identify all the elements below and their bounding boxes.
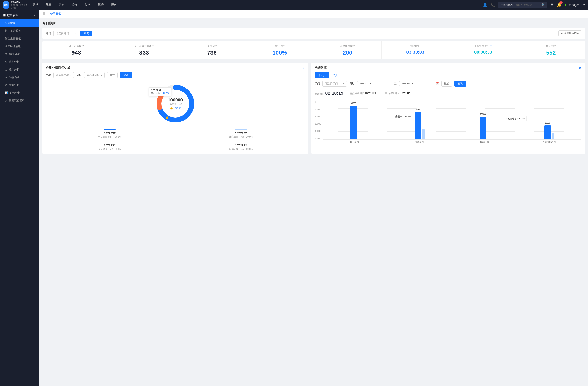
dept-select[interactable]: 请选择部门 ▾ xyxy=(54,31,78,36)
y-label-40000: 40000 xyxy=(315,130,321,132)
search-input[interactable] xyxy=(516,3,540,6)
period-select[interactable]: 请选择周期 ▾ xyxy=(84,72,105,78)
online-indicator xyxy=(565,4,566,6)
connect-rate-annotation: 接通率：70.9% xyxy=(394,114,412,119)
chart-area: 43000 xyxy=(323,101,582,139)
tab-close-icon[interactable]: ✕ xyxy=(62,12,64,15)
user-dropdown-icon: ▾ xyxy=(583,3,585,6)
nav-sea[interactable]: 公海 xyxy=(71,3,78,7)
eff-tab-dept[interactable]: 部门 xyxy=(315,72,329,78)
eff-refresh-icon[interactable]: ⟳ xyxy=(579,66,582,70)
date-separator: 至 xyxy=(394,82,397,85)
tab-company-board[interactable]: 公司看板 ✕ xyxy=(48,10,66,18)
sidebar-item-label: 推广分析 xyxy=(9,68,20,71)
tab-menu-icon[interactable]: ☰ xyxy=(42,12,45,16)
eff-date-end[interactable] xyxy=(399,81,433,86)
nav-signup[interactable]: 报名 xyxy=(110,3,118,7)
sidebar-item-sales-analysis[interactable]: 📊 销售分析 xyxy=(0,89,39,97)
logo: 云朵 云朵CRM 教育机构一站式服务云平台 xyxy=(3,1,28,9)
stats-row: 今日首咨客户 948 今日有效首咨客户 833 回访人数 736 拨打次数 10… xyxy=(42,41,585,59)
monitor-icon[interactable]: 🖥 xyxy=(550,3,554,7)
stat-label: 今日首咨客户 xyxy=(46,44,107,48)
stat-avg-duration: 平均通话时长 ⓘ 00:00:33 xyxy=(449,41,517,59)
eff-tab-personal[interactable]: 个人 xyxy=(329,72,342,78)
chart-group-bars: 29000 xyxy=(480,101,489,139)
stat-value: 948 xyxy=(46,50,107,56)
goal-refresh-icon[interactable]: ⟳ xyxy=(302,66,305,70)
target-dropdown-icon: ▾ xyxy=(70,74,72,77)
sidebar-item-cost[interactable]: ◎ 成本分析 xyxy=(0,58,39,66)
avg-talk-time-stat: 平均通话时长 02:10:19 xyxy=(385,91,413,95)
sidebar-item-visitor[interactable]: 👁 访客分析 xyxy=(0,74,39,81)
talk-time-value: 02:10:19 xyxy=(325,91,343,96)
bar-wrap-eff-connect: 18000 xyxy=(544,125,551,139)
sidebar-section-dashboard: ⊞ 数据看板 ▲ 公司看板 推广主管看板 销售主管看板 客户经理看板 ⛛ 漏斗分… xyxy=(0,10,39,106)
eff-dept-select[interactable]: 请选择部门 ▾ xyxy=(322,81,347,86)
visitor-icon: 👁 xyxy=(5,76,8,79)
eff-dept-label: 部门 xyxy=(315,82,320,85)
eff-reset-button[interactable]: 重置 xyxy=(441,81,452,86)
eff-query-button[interactable]: 查询 xyxy=(455,81,466,86)
sidebar-item-funnel[interactable]: ⛛ 漏斗分析 xyxy=(0,50,39,58)
logo-subtitle: 教育机构一站式服务云平台 xyxy=(11,4,28,9)
sidebar-item-label: 数据流转记录 xyxy=(9,99,25,102)
goal-panel-title: 公司业绩目标达成 xyxy=(46,66,70,70)
tooltip-pct-row: 所占比例： 70.9% xyxy=(151,92,169,95)
target-select[interactable]: 请选择目标 ▾ xyxy=(54,72,74,78)
notification-bell[interactable]: 🔔 5 xyxy=(557,3,562,7)
nav-right: 👤 📞 手机号码 🔍 🖥 🔔 5 manager11 ▾ xyxy=(483,2,585,8)
eff-talk-value: 02:10:19 xyxy=(365,91,378,95)
user-info[interactable]: manager11 ▾ xyxy=(565,3,585,6)
today-query-button[interactable]: 查询 xyxy=(81,31,92,36)
sidebar-item-promotion-analysis[interactable]: ⬡ 推广分析 xyxy=(0,66,39,74)
sidebar-item-label: 客户经理看板 xyxy=(5,44,21,48)
calendar-icon[interactable]: 📅 xyxy=(436,82,439,85)
search-type-select[interactable]: 手机号码 xyxy=(500,3,514,6)
logo-title: 云朵CRM xyxy=(11,1,28,4)
bar-eff-connect-primary: 18000 xyxy=(544,125,551,139)
sidebar-header[interactable]: ⊞ 数据看板 ▲ xyxy=(0,11,39,19)
nav-finance[interactable]: 财务 xyxy=(84,3,91,7)
settings-button[interactable]: ⚙ 设置显示指标 xyxy=(558,30,582,36)
page-content: 今日数据 部门 请选择部门 ▾ 查询 ⚙ 设置显示指标 xyxy=(39,18,588,157)
nav-leads[interactable]: 线索 xyxy=(45,3,52,7)
donut-center-label: 目标总量（元） xyxy=(168,103,183,106)
chart-group-bars: 18000 xyxy=(544,101,554,139)
sidebar-collapse-icon[interactable]: ▲ xyxy=(34,14,36,17)
channel-icon: ⊙ xyxy=(5,84,7,87)
bar-dial-primary: 43000 xyxy=(350,106,357,139)
person-icon[interactable]: 👤 xyxy=(483,3,487,7)
period-placeholder: 请选择周期 xyxy=(86,73,100,77)
eff-tab-dept-label: 部门 xyxy=(319,74,324,77)
y-label-10000: 10000 xyxy=(315,108,321,111)
sidebar-item-customer-board[interactable]: 客户经理看板 xyxy=(0,42,39,50)
x-label-eff-connect: 有效接通次数 xyxy=(517,139,582,143)
tab-label: 公司看板 xyxy=(50,12,61,16)
phone-icon[interactable]: 📞 xyxy=(491,3,495,7)
sidebar-item-channel[interactable]: ⊙ 渠道分析 xyxy=(0,81,39,89)
chart-group-bars: 35000 xyxy=(415,101,425,139)
stat-bar-incomplete xyxy=(235,129,247,130)
search-icon[interactable]: 🔍 xyxy=(542,3,545,6)
bar-chart-wrapper: 50000 40000 30000 20000 10000 0 xyxy=(315,101,582,143)
eff-date-start[interactable] xyxy=(357,81,391,86)
goal-query-button[interactable]: 查询 xyxy=(120,72,132,78)
stat-dial-count: 拨打次数 100% xyxy=(246,41,314,59)
nav-ops[interactable]: 运营 xyxy=(97,3,105,7)
sidebar-item-sales-board[interactable]: 销售主管看板 xyxy=(0,35,39,42)
nav-data[interactable]: 数据 xyxy=(32,3,39,7)
y-label-50000: 50000 xyxy=(315,137,321,139)
sidebar-item-company-board[interactable]: 公司看板 xyxy=(0,19,39,27)
sidebar-item-label: 渠道分析 xyxy=(9,83,20,87)
eff-connect-rate-annotation: 有效接通率：70.9% xyxy=(504,116,526,121)
stat-label: 回访人数 xyxy=(181,44,242,48)
bar-wrap-dial: 43000 xyxy=(350,106,357,139)
stat-label: 平均通话时长 ⓘ xyxy=(453,44,514,48)
goal-reset-button[interactable]: 重置 xyxy=(107,72,118,78)
sidebar-item-promotion-board[interactable]: 推广主管看板 xyxy=(0,27,39,35)
goal-stat-value: 8972932 xyxy=(46,131,174,135)
stat-eff-calls: 有效通话次数 200 xyxy=(314,41,382,59)
nav-customers[interactable]: 客户 xyxy=(58,3,65,7)
chart-group-connect: 35000 接通率：70.9% xyxy=(387,101,452,139)
sidebar-item-data-flow[interactable]: ⇄ 数据流转记录 xyxy=(0,97,39,104)
